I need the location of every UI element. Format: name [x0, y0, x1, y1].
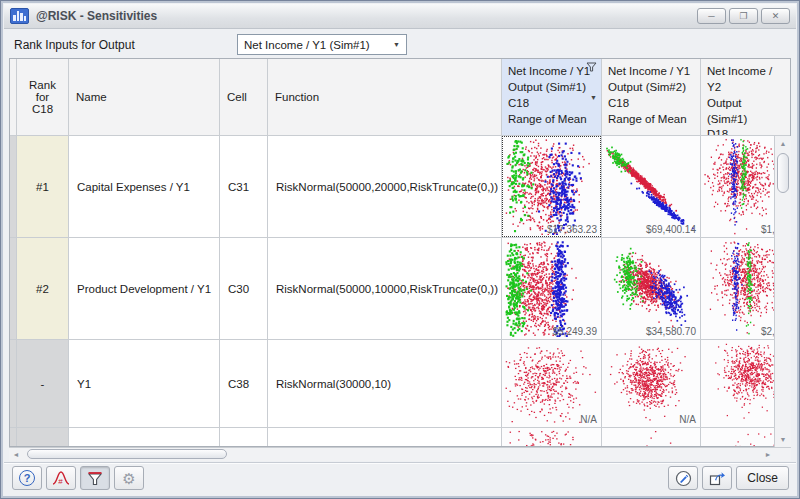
scroll-up-icon[interactable]: ▲ [775, 136, 791, 151]
risk-app-icon [10, 8, 29, 24]
output-header-title: Net Income / Y1 Output (Sim#1) C18 Range… [508, 64, 595, 127]
close-button[interactable]: Close [736, 466, 789, 490]
column-header-function[interactable]: Function [268, 59, 502, 136]
rank-cell[interactable]: #1 [17, 136, 69, 238]
rank-cell[interactable]: #2 [17, 238, 69, 340]
plot-value: $5,249.39 [553, 326, 598, 337]
risk-sensitivities-window: @RISK - Sensitivities ─ ❐ ✕ Rank Inputs … [0, 0, 800, 499]
scatter-plot-cell[interactable]: $34,580.70 [602, 238, 701, 340]
function-cell[interactable]: RiskNormal(30000,10) [268, 340, 502, 428]
horizontal-scrollbar-thumb[interactable] [27, 449, 227, 459]
filter-funnel-icon[interactable] [586, 62, 597, 72]
scatter-plot-cell-selected[interactable]: $17,363.23 [502, 136, 602, 238]
name-cell[interactable] [69, 428, 220, 446]
scatter-plot [504, 430, 599, 446]
edit-report-button[interactable] [668, 466, 698, 490]
scatter-plot [504, 342, 599, 425]
scatter-plot [604, 138, 698, 235]
gear-icon: ⚙ [122, 471, 135, 486]
scatter-plot [504, 138, 599, 235]
scroll-left-icon[interactable]: ◄ [9, 448, 23, 461]
settings-button[interactable]: ⚙ [114, 466, 144, 490]
column-header-name[interactable]: Name [69, 59, 220, 136]
output-header-title: Net Income / Y1 Output (Sim#2) C18 Range… [608, 64, 694, 127]
scatter-plot [604, 240, 698, 337]
filter-button[interactable] [80, 466, 110, 490]
title-bar[interactable]: @RISK - Sensitivities ─ ❐ ✕ [4, 4, 796, 29]
export-arrow-icon [708, 470, 726, 487]
vertical-scrollbar-thumb[interactable] [777, 153, 789, 193]
rank-inputs-label: Rank Inputs for Output [14, 38, 135, 52]
minimize-button[interactable]: ─ [697, 8, 726, 24]
cell-ref-cell[interactable]: C38 [220, 340, 268, 428]
footer-divider-highlight [4, 463, 796, 464]
scatter-plot-cell[interactable] [602, 428, 701, 446]
name-cell[interactable]: Y1 [69, 340, 220, 428]
horizontal-scrollbar[interactable]: ◄ ► [9, 447, 791, 461]
plot-value: N/A [679, 414, 696, 425]
row-header-strip[interactable] [10, 238, 17, 340]
column-header-output-1[interactable]: Net Income / Y1 Output (Sim#1) C18 Range… [502, 59, 602, 136]
scatter-plot-cell[interactable]: N/A [602, 340, 701, 428]
help-button[interactable]: ? [12, 466, 42, 490]
function-cell[interactable]: RiskNormal(50000,20000,RiskTruncate(0,)) [268, 136, 502, 238]
scatter-plot-cell[interactable] [502, 428, 602, 446]
row-header-strip[interactable] [10, 340, 17, 428]
pen-circle-icon [675, 470, 692, 487]
scatter-plot-cell[interactable]: $69,400.14 [602, 136, 701, 238]
help-icon: ? [19, 470, 35, 486]
maximize-button[interactable]: ❐ [729, 8, 758, 24]
scroll-down-icon[interactable]: ▼ [775, 432, 791, 447]
distribution-curve-icon: # [52, 470, 70, 486]
name-cell[interactable]: Product Development / Y1 [69, 238, 220, 340]
column-header-output-3[interactable]: Net Income / Y2 Output (Sim#1) D18 Range… [701, 59, 790, 136]
plot-value: $34,580.70 [646, 326, 696, 337]
distribution-button[interactable]: # [46, 466, 76, 490]
window-title: @RISK - Sensitivities [36, 9, 157, 23]
cell-ref-cell[interactable] [220, 428, 268, 446]
output-header-title: Net Income / Y2 Output (Sim#1) D18 Range… [707, 64, 784, 136]
row-header-strip [10, 59, 17, 136]
sensitivities-table: Rank for C18 Name Cell Function Net Inco… [9, 58, 791, 447]
function-cell[interactable] [268, 428, 502, 446]
column-header-output-2[interactable]: Net Income / Y1 Output (Sim#2) C18 Range… [602, 59, 701, 136]
rank-cell[interactable]: - [17, 340, 69, 428]
cell-ref-cell[interactable]: C31 [220, 136, 268, 238]
column-header-rank[interactable]: Rank for C18 [17, 59, 69, 136]
rank-cell[interactable] [17, 428, 69, 446]
filter-funnel-icon [87, 471, 103, 486]
plot-value: $69,400.14 [646, 224, 696, 235]
column-dropdown-icon[interactable]: ▼ [590, 93, 597, 103]
chevron-down-icon: ▼ [393, 41, 400, 48]
function-cell[interactable]: RiskNormal(50000,10000,RiskTruncate(0,)) [268, 238, 502, 340]
cell-ref-cell[interactable]: C30 [220, 238, 268, 340]
scatter-plot [504, 240, 599, 337]
row-header-strip[interactable] [10, 136, 17, 238]
scatter-plot-cell[interactable]: $5,249.39 [502, 238, 602, 340]
plot-value: $17,363.23 [547, 224, 597, 235]
name-cell[interactable]: Capital Expenses / Y1 [69, 136, 220, 238]
output-selector-dropdown[interactable]: Net Income / Y1 (Sim#1) ▼ [237, 34, 407, 55]
plot-value: N/A [580, 414, 597, 425]
column-header-cell[interactable]: Cell [220, 59, 268, 136]
scatter-plot [604, 342, 698, 425]
scatter-plot-cell[interactable]: N/A [502, 340, 602, 428]
export-button[interactable] [702, 466, 732, 490]
output-selector-value: Net Income / Y1 (Sim#1) [244, 39, 370, 51]
scroll-right-icon[interactable]: ► [761, 448, 775, 461]
row-header-strip[interactable] [10, 428, 17, 446]
vertical-scrollbar[interactable]: ▲ ▼ [774, 136, 791, 447]
scatter-plot [604, 430, 698, 446]
svg-text:#: # [58, 477, 63, 486]
close-window-button[interactable]: ✕ [761, 8, 790, 24]
